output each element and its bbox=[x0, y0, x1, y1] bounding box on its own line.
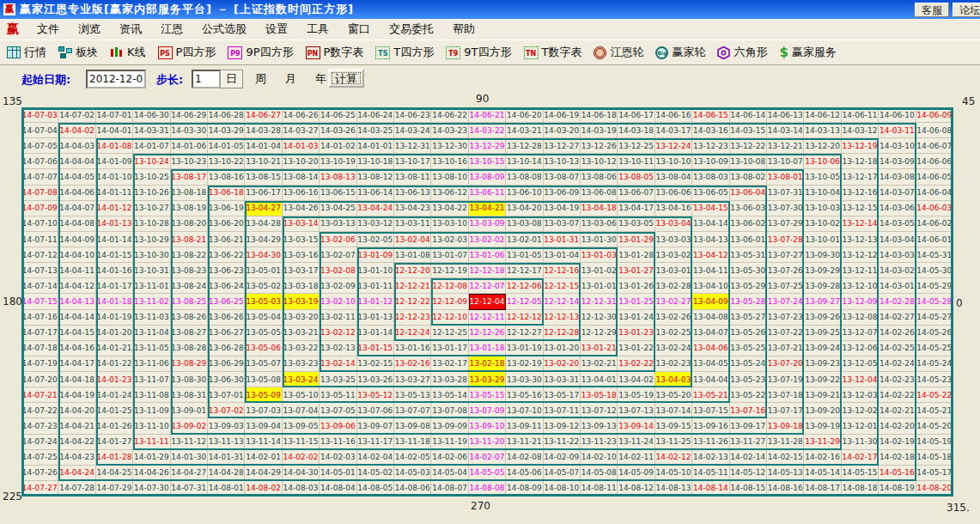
grid-cell[interactable]: 13-09-06 bbox=[320, 418, 356, 434]
grid-cell[interactable]: 13-01-08 bbox=[394, 247, 431, 263]
grid-cell[interactable]: 14-02-17 bbox=[842, 450, 879, 466]
grid-cell[interactable]: 13-11-12 bbox=[171, 435, 208, 450]
grid-cell[interactable]: 13-03-18 bbox=[283, 278, 320, 294]
grid-cell[interactable]: 14-07-02 bbox=[58, 107, 95, 123]
grid-cell[interactable]: 13-05-31 bbox=[730, 247, 767, 263]
grid-cell[interactable]: 14-03-22 bbox=[469, 123, 506, 138]
grid-cell[interactable]: 13-01-22 bbox=[618, 341, 654, 356]
grid-cell[interactable]: 13-11-10 bbox=[133, 418, 170, 434]
grid-cell[interactable]: 14-07-03 bbox=[21, 107, 58, 123]
grid-cell[interactable]: 13-02-22 bbox=[618, 356, 654, 372]
grid-cell[interactable]: 13-01-29 bbox=[618, 232, 654, 247]
grid-cell[interactable]: 13-07-16 bbox=[730, 403, 767, 418]
grid-cell[interactable]: 13-10-30 bbox=[133, 247, 170, 263]
grid-cell[interactable]: 13-09-23 bbox=[804, 356, 841, 372]
grid-cell[interactable]: 13-04-27 bbox=[245, 201, 282, 216]
grid-cell[interactable]: 14-05-30 bbox=[916, 263, 953, 278]
grid-cell[interactable]: 14-05-22 bbox=[916, 387, 953, 403]
grid-cell[interactable]: 14-04-09 bbox=[58, 232, 95, 247]
grid-cell[interactable]: 13-10-10 bbox=[655, 154, 692, 169]
grid-cell[interactable]: 13-03-20 bbox=[283, 310, 320, 326]
grid-cell[interactable]: 13-06-20 bbox=[208, 216, 245, 232]
grid-cell[interactable]: 14-06-22 bbox=[431, 107, 468, 123]
grid-cell[interactable]: 14-03-08 bbox=[879, 169, 916, 185]
grid-cell[interactable]: 13-12-31 bbox=[394, 138, 431, 154]
grid-cell[interactable]: 13-11-25 bbox=[655, 435, 692, 450]
grid-cell[interactable]: 13-02-04 bbox=[394, 232, 431, 247]
grid-cell[interactable]: 14-03-28 bbox=[245, 123, 282, 138]
grid-cell[interactable]: 14-04-16 bbox=[58, 341, 95, 356]
grid-cell[interactable]: 13-06-29 bbox=[208, 356, 245, 372]
grid-cell[interactable]: 12-12-04 bbox=[469, 294, 506, 309]
grid-cell[interactable]: 13-12-13 bbox=[842, 232, 879, 247]
grid-cell[interactable]: 13-06-07 bbox=[618, 186, 654, 201]
grid-cell[interactable]: 14-03-14 bbox=[767, 123, 804, 138]
grid-cell[interactable]: 13-03-11 bbox=[394, 216, 431, 232]
forum-button[interactable]: 论坛 bbox=[953, 3, 980, 17]
grid-cell[interactable]: 14-02-02 bbox=[283, 450, 320, 466]
grid-cell[interactable]: 14-01-29 bbox=[133, 450, 170, 466]
grid-cell[interactable]: 13-04-03 bbox=[655, 372, 692, 387]
grid-cell[interactable]: 13-10-31 bbox=[133, 263, 170, 278]
grid-cell[interactable]: 14-08-05 bbox=[357, 481, 394, 497]
grid-cell[interactable]: 14-03-06 bbox=[879, 201, 916, 216]
grid-cell[interactable]: 12-12-25 bbox=[431, 326, 468, 341]
grid-cell[interactable]: 14-04-20 bbox=[58, 403, 95, 418]
grid-cell[interactable]: 14-01-17 bbox=[96, 278, 133, 294]
grid-cell[interactable]: 13-02-01 bbox=[506, 232, 543, 247]
grid-cell[interactable]: 13-09-12 bbox=[544, 418, 581, 434]
grid-cell[interactable]: 13-03-13 bbox=[320, 216, 356, 232]
grid-cell[interactable]: 13-03-08 bbox=[506, 216, 543, 232]
grid-cell[interactable]: 13-04-22 bbox=[431, 201, 468, 216]
grid-cell[interactable]: 14-03-30 bbox=[171, 123, 208, 138]
grid-cell[interactable]: 14-08-16 bbox=[767, 481, 804, 497]
toolbar-item-P数字表[interactable]: PNP数字表 bbox=[306, 45, 364, 60]
grid-cell[interactable]: 13-08-06 bbox=[581, 169, 618, 185]
grid-cell[interactable]: 13-12-25 bbox=[618, 138, 654, 154]
grid-cell[interactable]: 14-01-04 bbox=[245, 138, 282, 154]
grid-cell[interactable]: 13-05-26 bbox=[730, 326, 767, 341]
grid-cell[interactable]: 13-04-02 bbox=[618, 372, 654, 387]
grid-cell[interactable]: 14-02-16 bbox=[804, 450, 841, 466]
grid-cell[interactable]: 14-02-21 bbox=[879, 403, 916, 418]
grid-cell[interactable]: 13-06-04 bbox=[730, 186, 767, 201]
grid-cell[interactable]: 13-10-06 bbox=[804, 154, 841, 169]
grid-cell[interactable]: 14-07-10 bbox=[21, 216, 58, 232]
grid-cell[interactable]: 13-04-26 bbox=[283, 201, 320, 216]
grid-cell[interactable]: 13-07-30 bbox=[767, 201, 804, 216]
grid-cell[interactable]: 13-01-18 bbox=[469, 341, 506, 356]
grid-cell[interactable]: 14-04-24 bbox=[58, 466, 95, 481]
grid-cell[interactable]: 13-04-14 bbox=[692, 216, 729, 232]
grid-cell[interactable]: 13-06-25 bbox=[208, 294, 245, 309]
grid-cell[interactable]: 13-09-27 bbox=[804, 294, 841, 309]
grid-cell[interactable]: 13-06-13 bbox=[394, 186, 431, 201]
grid-cell[interactable]: 14-07-22 bbox=[21, 403, 58, 418]
grid-cell[interactable]: 14-03-09 bbox=[879, 154, 916, 169]
grid-cell[interactable]: 14-08-10 bbox=[544, 481, 581, 497]
grid-cell[interactable]: 14-03-31 bbox=[133, 123, 170, 138]
grid-cell[interactable]: 14-07-19 bbox=[21, 356, 58, 372]
grid-cell[interactable]: 14-03-17 bbox=[655, 123, 692, 138]
grid-cell[interactable]: 14-07-15 bbox=[21, 294, 58, 309]
grid-cell[interactable]: 13-08-02 bbox=[730, 169, 767, 185]
grid-cell[interactable]: 14-05-02 bbox=[357, 466, 394, 481]
grid-cell[interactable]: 12-12-26 bbox=[469, 326, 506, 341]
grid-cell[interactable]: 14-03-21 bbox=[506, 123, 543, 138]
grid-cell[interactable]: 14-07-12 bbox=[21, 247, 58, 263]
grid-cell[interactable]: 14-04-05 bbox=[58, 169, 95, 185]
grid-cell[interactable]: 14-02-04 bbox=[357, 450, 394, 466]
grid-cell[interactable]: 13-05-06 bbox=[245, 341, 282, 356]
grid-cell[interactable]: 14-06-16 bbox=[655, 107, 692, 123]
menu-item-6[interactable]: 设置 bbox=[256, 20, 297, 39]
grid-cell[interactable]: 13-01-01 bbox=[581, 278, 618, 294]
grid-cell[interactable]: 13-08-24 bbox=[171, 278, 208, 294]
grid-cell[interactable]: 13-12-27 bbox=[544, 138, 581, 154]
grid-cell[interactable]: 13-07-06 bbox=[357, 403, 394, 418]
grid-cell[interactable]: 14-08-18 bbox=[842, 481, 879, 497]
grid-cell[interactable]: 14-08-17 bbox=[804, 481, 841, 497]
grid-cell[interactable]: 13-02-09 bbox=[320, 278, 356, 294]
grid-cell[interactable]: 14-06-07 bbox=[916, 138, 953, 154]
grid-cell[interactable]: 14-04-03 bbox=[58, 138, 95, 154]
grid-cell[interactable]: 13-11-09 bbox=[133, 403, 170, 418]
grid-cell[interactable]: 14-01-02 bbox=[320, 138, 356, 154]
